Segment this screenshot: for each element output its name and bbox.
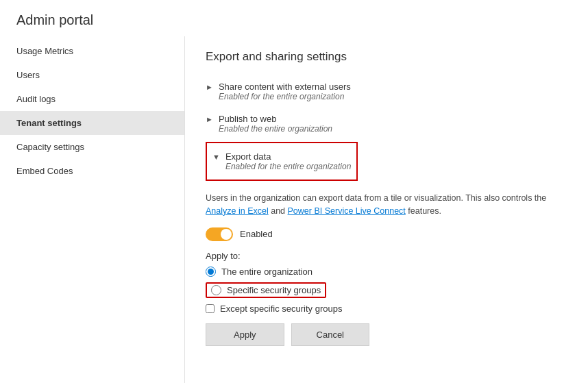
sidebar-label-tenant-settings: Tenant settings <box>16 118 82 128</box>
enabled-toggle[interactable] <box>206 227 233 241</box>
arrow-icon-share-external: ► <box>206 83 213 91</box>
sidebar-label-embed-codes: Embed Codes <box>16 166 73 176</box>
sidebar-label-audit-logs: Audit logs <box>16 94 56 104</box>
radio-specific-groups-input[interactable] <box>211 285 221 295</box>
sidebar: Usage Metrics Users Audit logs Tenant se… <box>0 36 185 383</box>
setting-export-data-header[interactable]: ▼ Export data Enabled for the entire org… <box>212 147 351 175</box>
setting-publish-web-text: Publish to web Enabled the entire organi… <box>219 114 332 134</box>
setting-export-data-sub: Enabled for the entire organization <box>225 162 351 171</box>
setting-publish-web: ► Publish to web Enabled the entire orga… <box>206 110 567 138</box>
main-content: Usage Metrics Users Audit logs Tenant se… <box>0 36 588 383</box>
export-data-box: ▼ Export data Enabled for the entire org… <box>206 142 358 181</box>
content-area: Export and sharing settings ► Share cont… <box>185 36 588 383</box>
sidebar-label-users: Users <box>16 70 40 80</box>
radio-specific-groups-container: Specific security groups <box>206 282 567 298</box>
sidebar-item-capacity-settings[interactable]: Capacity settings <box>0 135 184 159</box>
specific-security-groups-box: Specific security groups <box>206 282 326 298</box>
radio-entire-org-input[interactable] <box>206 267 216 277</box>
setting-share-external-name: Share content with external users <box>219 82 351 92</box>
sidebar-item-usage-metrics[interactable]: Usage Metrics <box>0 39 184 63</box>
setting-publish-web-name: Publish to web <box>219 114 332 124</box>
apply-button[interactable]: Apply <box>206 323 284 346</box>
cancel-button[interactable]: Cancel <box>291 323 369 346</box>
sidebar-label-usage-metrics: Usage Metrics <box>16 46 73 56</box>
desc-part1: Users in the organization can export dat… <box>206 193 546 203</box>
page-title: Admin portal <box>0 0 588 36</box>
setting-share-external-sub: Enabled for the entire organization <box>219 92 351 101</box>
toggle-slider <box>206 227 233 241</box>
checkbox-except-groups[interactable]: Except specific security groups <box>206 304 567 314</box>
toggle-row: Enabled <box>206 227 567 241</box>
setting-export-data-text: Export data Enabled for the entire organ… <box>225 151 351 171</box>
apply-to-label: Apply to: <box>206 251 567 261</box>
desc-part3: features. <box>406 206 441 216</box>
toggle-label: Enabled <box>240 229 273 239</box>
setting-publish-web-sub: Enabled the entire organization <box>219 124 332 134</box>
button-row: Apply Cancel <box>206 323 567 346</box>
desc-link-excel[interactable]: Analyze in Excel <box>206 206 269 216</box>
setting-share-external: ► Share content with external users Enab… <box>206 77 567 106</box>
setting-share-external-text: Share content with external users Enable… <box>219 82 351 101</box>
radio-entire-org-label: The entire organization <box>221 267 313 277</box>
desc-link-liveconnect[interactable]: Power BI Service Live Connect <box>288 206 406 216</box>
setting-export-data: ▼ Export data Enabled for the entire org… <box>206 142 567 346</box>
sidebar-item-audit-logs[interactable]: Audit logs <box>0 87 184 111</box>
setting-share-external-header[interactable]: ► Share content with external users Enab… <box>206 77 567 106</box>
arrow-icon-export-data: ▼ <box>212 153 220 161</box>
export-data-description: Users in the organization can export dat… <box>206 192 548 218</box>
radio-specific-groups-label: Specific security groups <box>227 285 321 295</box>
radio-entire-org[interactable]: The entire organization <box>206 267 567 277</box>
desc-part2: and <box>269 206 288 216</box>
checkbox-except-groups-input[interactable] <box>206 304 215 313</box>
sidebar-item-tenant-settings[interactable]: Tenant settings <box>0 111 184 135</box>
setting-export-data-name: Export data <box>225 151 351 162</box>
sidebar-item-users[interactable]: Users <box>0 63 184 87</box>
app-container: Admin portal Usage Metrics Users Audit l… <box>0 0 588 383</box>
setting-publish-web-header[interactable]: ► Publish to web Enabled the entire orga… <box>206 110 567 138</box>
arrow-icon-publish-web: ► <box>206 115 213 123</box>
section-title: Export and sharing settings <box>206 50 567 64</box>
checkbox-except-groups-label: Except specific security groups <box>220 304 342 314</box>
sidebar-item-embed-codes[interactable]: Embed Codes <box>0 159 184 183</box>
sidebar-label-capacity-settings: Capacity settings <box>16 142 84 152</box>
